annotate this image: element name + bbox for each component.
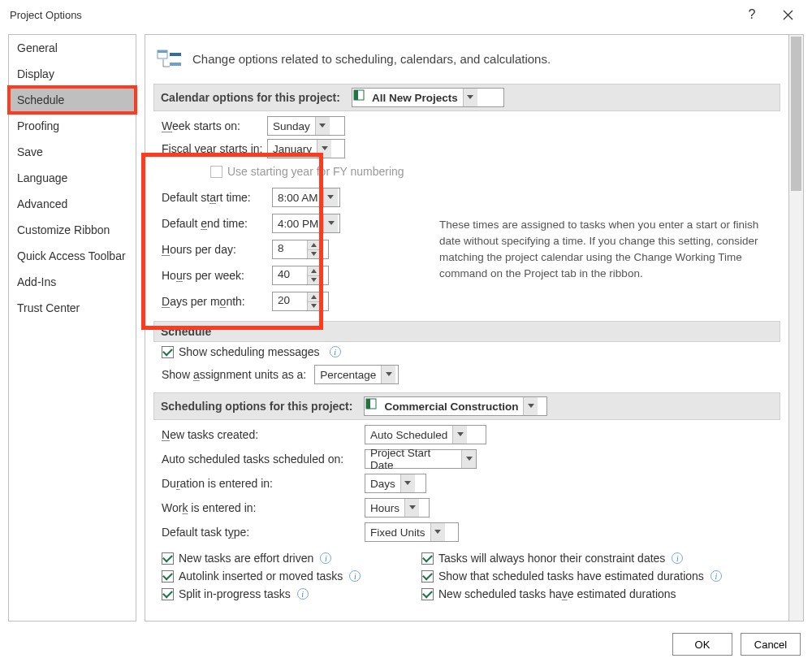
calendar-project-value: All New Projects (367, 89, 463, 106)
hours-day-label: Hours per day: (162, 243, 267, 256)
info-icon[interactable]: i (320, 552, 331, 564)
scrollbar-thumb[interactable] (791, 37, 801, 191)
days-month-spinner[interactable]: 20 (272, 292, 329, 311)
sidebar-item-save[interactable]: Save (9, 139, 136, 165)
default-end-label: Default end time: (162, 217, 267, 230)
spin-down-icon[interactable] (308, 250, 320, 259)
spin-up-icon[interactable] (308, 292, 320, 302)
effort-driven-checkbox[interactable]: New tasks are effort driveni (162, 552, 421, 565)
task-type-label: Default task type: (162, 526, 365, 539)
section-schedule-header: Schedule (153, 321, 780, 342)
spin-up-icon[interactable] (308, 266, 320, 276)
chevron-down-icon (404, 499, 419, 517)
chevron-down-icon (323, 214, 338, 232)
svg-rect-3 (170, 63, 181, 66)
info-icon[interactable]: i (349, 570, 361, 582)
hours-day-spinner[interactable]: 8 (272, 240, 329, 259)
chevron-down-icon (430, 523, 445, 541)
hours-week-label: Hours per week: (162, 269, 267, 282)
duration-label: Duration is entered in: (162, 477, 365, 490)
task-type-select[interactable]: Fixed Units (365, 522, 459, 542)
time-help-text: These times are assigned to tasks when y… (350, 217, 780, 283)
project-file-icon (365, 397, 378, 410)
info-icon[interactable]: i (330, 346, 341, 357)
default-start-select[interactable]: 8:00 AM (272, 188, 340, 207)
effort-driven-label: New tasks are effort driven (179, 552, 313, 565)
assignment-units-select[interactable]: Percentage (314, 365, 399, 384)
hours-week-value: 40 (273, 266, 307, 284)
show-estimated-checkbox[interactable]: Show that scheduled tasks have estimated… (421, 570, 780, 583)
use-starting-year-label: Use starting year for FY numbering (227, 165, 404, 178)
new-tasks-select[interactable]: Auto Scheduled (365, 425, 486, 444)
duration-value: Days (365, 474, 400, 492)
default-end-select[interactable]: 4:00 PM (272, 214, 340, 233)
days-month-label: Days per month: (162, 295, 267, 308)
sidebar-item-proofing[interactable]: Proofing (9, 113, 136, 139)
info-icon[interactable]: i (672, 552, 683, 564)
default-start-value: 8:00 AM (273, 188, 323, 206)
honor-constraints-checkbox[interactable]: Tasks will always honor their constraint… (421, 552, 780, 565)
spin-down-icon[interactable] (308, 302, 320, 311)
chevron-down-icon (463, 89, 477, 106)
info-icon[interactable]: i (710, 570, 722, 582)
spin-down-icon[interactable] (308, 276, 320, 285)
new-tasks-value: Auto Scheduled (365, 426, 452, 444)
sidebar-item-schedule[interactable]: Schedule (9, 87, 136, 113)
default-end-value: 4:00 PM (273, 214, 323, 232)
sidebar-item-advanced[interactable]: Advanced (9, 191, 136, 217)
sidebar-item-trust-center[interactable]: Trust Center (9, 295, 136, 321)
chevron-down-icon (315, 117, 330, 135)
close-button[interactable] (770, 0, 806, 29)
schedule-section-icon (157, 48, 183, 69)
split-tasks-checkbox[interactable]: Split in-progress tasksi (162, 587, 421, 600)
hours-week-spinner[interactable]: 40 (272, 266, 329, 285)
show-estimated-label: Show that scheduled tasks have estimated… (438, 570, 704, 583)
week-starts-value: Sunday (268, 117, 315, 135)
chevron-down-icon (452, 426, 467, 444)
section-calendar-header: Calendar options for this project: All N… (153, 84, 780, 111)
use-starting-year-checkbox: Use starting year for FY numbering (210, 165, 404, 178)
schedopt-project-select[interactable]: Commercial Construction (364, 396, 547, 416)
section-schedopt-title: Scheduling options for this project: (161, 400, 352, 413)
chevron-down-icon (400, 474, 415, 492)
week-starts-select[interactable]: Sunday (267, 116, 345, 136)
days-month-value: 20 (273, 292, 307, 310)
auto-on-select[interactable]: Project Start Date (365, 449, 477, 469)
calendar-project-select[interactable]: All New Projects (352, 88, 504, 107)
work-value: Hours (365, 499, 404, 517)
intro-text: Change options related to scheduling, ca… (192, 52, 551, 66)
duration-select[interactable]: Days (365, 474, 426, 493)
vertical-scrollbar[interactable] (789, 34, 804, 622)
sidebar-item-addins[interactable]: Add-Ins (9, 269, 136, 295)
info-icon[interactable]: i (297, 588, 309, 600)
week-starts-label: Week starts on: (162, 119, 267, 132)
spin-up-icon[interactable] (308, 240, 320, 250)
schedopt-project-value: Commercial Construction (379, 397, 523, 415)
sidebar-item-language[interactable]: Language (9, 165, 136, 191)
task-type-value: Fixed Units (365, 523, 430, 541)
show-scheduling-messages-checkbox[interactable]: Show scheduling messages (162, 345, 320, 358)
help-button[interactable]: ? (734, 0, 770, 29)
sidebar-item-general[interactable]: General (9, 35, 136, 61)
svg-rect-5 (354, 90, 358, 100)
content-pane: Change options related to scheduling, ca… (145, 34, 789, 622)
fiscal-starts-select[interactable]: January (267, 139, 345, 158)
default-start-label: Default start time: (162, 191, 267, 204)
sidebar-item-display[interactable]: Display (9, 61, 136, 87)
sidebar-item-customize-ribbon[interactable]: Customize Ribbon (9, 217, 136, 243)
autolink-checkbox[interactable]: Autolink inserted or moved tasksi (162, 570, 421, 583)
chevron-down-icon (323, 188, 338, 206)
cancel-button[interactable]: Cancel (741, 633, 801, 656)
ok-button[interactable]: OK (672, 633, 732, 656)
work-label: Work is entered in: (162, 501, 365, 514)
new-tasks-label: New tasks created: (162, 428, 365, 441)
sidebar-item-qat[interactable]: Quick Access Toolbar (9, 243, 136, 269)
section-schedule-title: Schedule (161, 325, 211, 338)
auto-on-value: Project Start Date (365, 450, 461, 468)
svg-rect-1 (158, 50, 167, 53)
new-estimated-checkbox[interactable]: New scheduled tasks have estimated durat… (421, 587, 780, 600)
sidebar-nav: General Display Schedule Proofing Save L… (8, 34, 136, 622)
work-select[interactable]: Hours (365, 498, 430, 518)
honor-constraints-label: Tasks will always honor their constraint… (438, 552, 665, 565)
chevron-down-icon (381, 366, 395, 383)
